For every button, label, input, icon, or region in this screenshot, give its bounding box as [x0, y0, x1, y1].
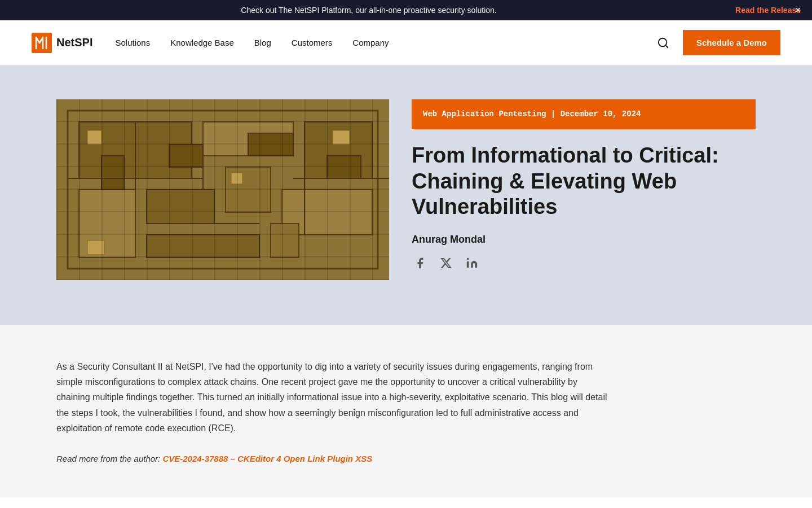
facebook-share-button[interactable]	[412, 255, 429, 271]
svg-rect-17	[327, 156, 361, 178]
nav-link-customers[interactable]: Customers	[292, 38, 333, 47]
hero-image	[56, 99, 389, 280]
nav-item-solutions[interactable]: Solutions	[115, 38, 150, 48]
article-meta: Web Application Pentesting | December 10…	[412, 99, 756, 129]
linkedin-icon	[466, 257, 478, 269]
hero-content: Web Application Pentesting | December 10…	[412, 99, 756, 271]
svg-rect-25	[333, 130, 350, 144]
nav-link-blog[interactable]: Blog	[254, 38, 271, 47]
netspi-logo-icon	[32, 33, 52, 53]
twitter-share-button[interactable]	[438, 255, 454, 271]
svg-rect-6	[203, 122, 293, 156]
svg-rect-3	[56, 99, 389, 280]
content-section: As a Security Consultant II at NetSPI, I…	[0, 325, 812, 497]
hero-image-container	[56, 99, 389, 280]
nav-link-solutions[interactable]: Solutions	[115, 38, 150, 47]
read-more-link[interactable]: CVE-2024-37888 – CKEditor 4 Open Link Pl…	[162, 454, 372, 463]
nav-item-customers[interactable]: Customers	[292, 38, 333, 48]
svg-rect-16	[248, 133, 293, 156]
svg-line-2	[665, 45, 668, 47]
svg-rect-7	[304, 122, 372, 178]
author-name: Anurag Mondal	[412, 234, 756, 246]
maze-svg	[56, 99, 389, 280]
logo-text: NetSPI	[56, 36, 92, 49]
nav-link-knowledge-base[interactable]: Knowledge Base	[170, 38, 234, 47]
logo-link[interactable]: NetSPI	[32, 33, 92, 53]
svg-rect-27	[231, 173, 242, 184]
svg-rect-12	[147, 235, 259, 257]
main-nav: NetSPI Solutions Knowledge Base Blog Cus…	[0, 20, 812, 65]
svg-rect-4	[68, 111, 378, 269]
svg-rect-8	[79, 190, 135, 257]
svg-rect-26	[87, 240, 104, 255]
nav-item-company[interactable]: Company	[352, 38, 389, 48]
article-body: As a Security Consultant II at NetSPI, I…	[56, 359, 609, 436]
search-button[interactable]	[655, 34, 672, 51]
schedule-demo-button[interactable]: Schedule a Demo	[683, 30, 780, 55]
nav-item-knowledge-base[interactable]: Knowledge Base	[170, 38, 234, 48]
nav-item-blog[interactable]: Blog	[254, 38, 271, 48]
svg-rect-9	[147, 190, 214, 224]
nav-actions: Schedule a Demo	[655, 30, 780, 55]
svg-point-28	[467, 258, 469, 260]
svg-rect-10	[226, 167, 271, 212]
svg-rect-15	[169, 144, 203, 167]
svg-rect-11	[282, 190, 372, 235]
hero-section: Web Application Pentesting | December 10…	[0, 65, 812, 325]
nav-links: Solutions Knowledge Base Blog Customers …	[115, 38, 654, 48]
linkedin-share-button[interactable]	[464, 255, 480, 271]
banner-text: Check out The NetSPI Platform, our all-i…	[11, 6, 726, 15]
svg-rect-0	[32, 33, 52, 53]
banner-close-button[interactable]: ×	[795, 5, 801, 15]
x-twitter-icon	[440, 257, 452, 269]
svg-rect-13	[271, 224, 299, 257]
article-title: From Informational to Critical: Chaining…	[412, 143, 756, 220]
svg-rect-14	[102, 156, 124, 190]
facebook-icon	[414, 257, 426, 269]
read-more-prefix: Read more from the author:	[56, 454, 160, 463]
banner-link[interactable]: Read the Release	[735, 6, 801, 15]
nav-link-company[interactable]: Company	[352, 38, 389, 47]
search-icon	[657, 37, 669, 49]
svg-rect-5	[79, 122, 192, 178]
read-more-section: Read more from the author: CVE-2024-3788…	[56, 454, 756, 463]
announcement-banner: Check out The NetSPI Platform, our all-i…	[0, 0, 812, 20]
svg-rect-24	[87, 130, 102, 144]
social-share-icons	[412, 255, 756, 271]
